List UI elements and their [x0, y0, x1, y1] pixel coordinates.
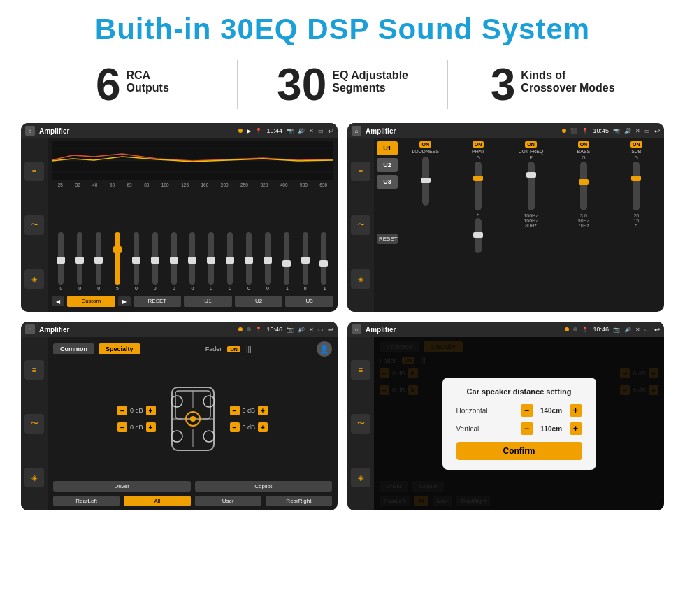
s3-rearright-btn[interactable]: RearRight — [266, 496, 332, 506]
amp-u2-btn[interactable]: U2 — [377, 158, 398, 172]
amp-u1-btn[interactable]: U1 — [377, 141, 398, 155]
bass-on[interactable]: ON — [578, 141, 590, 148]
home-icon-2[interactable]: ⌂ — [352, 126, 361, 136]
slider-2[interactable]: 0 — [96, 232, 101, 291]
amp-reset-btn[interactable]: RESET — [377, 234, 398, 244]
s3-copilot-btn[interactable]: Copilot — [195, 481, 333, 492]
loudness-group: ON LOUDNESS — [401, 141, 450, 309]
eq-left-controls: ≡ 〜 ◈ — [21, 138, 48, 312]
slider-12[interactable]: -1 — [284, 232, 289, 291]
s3-rearleft-btn[interactable]: RearLeft — [53, 496, 120, 506]
dialog-horizontal-minus[interactable]: − — [521, 404, 533, 417]
amp-u3-btn[interactable]: U3 — [377, 175, 398, 189]
db-plus-tr[interactable]: + — [258, 406, 268, 415]
s3-tab-specialty[interactable]: Specialty — [99, 343, 140, 354]
s3-bottom: Driver Copilot — [53, 481, 332, 492]
eq-vol-btn[interactable]: ◈ — [24, 269, 44, 289]
db-minus-tr[interactable]: − — [230, 406, 240, 415]
dialog-horizontal-plus[interactable]: + — [570, 404, 582, 417]
eq-u2-btn[interactable]: U2 — [235, 296, 283, 307]
loudness-on[interactable]: ON — [419, 141, 431, 148]
vol-icon-1: 🔊 — [298, 128, 305, 134]
bass-slider[interactable] — [580, 162, 587, 210]
back-icon-4[interactable]: ↩ — [654, 326, 660, 334]
s3-user-btn[interactable]: User — [195, 496, 261, 506]
slider-1[interactable]: 0 — [77, 232, 82, 291]
s4-wave-btn[interactable]: 〜 — [351, 414, 370, 434]
confirm-button[interactable]: Confirm — [456, 442, 582, 460]
s3-all-btn[interactable]: All — [124, 496, 190, 506]
eq-filter-btn[interactable]: ≡ — [24, 162, 44, 181]
slider-3[interactable]: 5 — [115, 232, 120, 291]
loudness-slider[interactable] — [422, 157, 429, 206]
cutfreq-slider1[interactable] — [528, 162, 535, 210]
phat-slider[interactable] — [475, 162, 482, 210]
s3-main: Common Specialty Fader ON ||| 👤 − — [48, 337, 338, 510]
eq-prev-btn[interactable]: ◀ — [52, 296, 64, 306]
home-icon-3[interactable]: ⌂ — [25, 324, 35, 334]
home-icon-1[interactable]: ⌂ — [25, 126, 35, 136]
car-svg — [161, 380, 224, 457]
db-minus-br[interactable]: − — [230, 422, 240, 432]
play-dot-1 — [238, 129, 243, 133]
freq-80: 80 — [144, 182, 149, 187]
db-minus-tl[interactable]: − — [117, 406, 127, 415]
amp-filter-btn[interactable]: ≡ — [351, 162, 370, 181]
slider-0[interactable]: 0 — [58, 232, 64, 291]
s3-tab-common[interactable]: Common — [53, 343, 94, 354]
eq-play-btn[interactable]: ▶ — [118, 296, 131, 306]
db-minus-bl[interactable]: − — [117, 422, 127, 432]
back-icon-1[interactable]: ↩ — [328, 127, 333, 135]
app-title-2: Amplifier — [366, 127, 558, 135]
eq-wave-btn[interactable]: 〜 — [24, 215, 44, 235]
s3-driver-btn[interactable]: Driver — [53, 481, 191, 492]
svg-point-8 — [171, 431, 182, 442]
bass-label: BASS — [577, 149, 591, 154]
s3-vol-btn[interactable]: ◈ — [24, 468, 44, 487]
slider-6[interactable]: 0 — [171, 232, 177, 291]
fader-on-badge[interactable]: ON — [227, 346, 240, 352]
eq-u1-btn[interactable]: U1 — [184, 296, 232, 307]
s3-right-dbs: − 0 dB + − 0 dB + — [230, 406, 268, 432]
sub-group: ON SUB G 20 15 5 — [612, 141, 661, 309]
s3-filter-btn[interactable]: ≡ — [24, 360, 44, 380]
slider-5[interactable]: 0 — [152, 232, 158, 291]
db-plus-bl[interactable]: + — [146, 422, 156, 432]
phat-on[interactable]: ON — [473, 141, 484, 148]
home-icon-4[interactable]: ⌂ — [352, 324, 361, 334]
s4-left-controls: ≡ 〜 ◈ — [347, 337, 374, 510]
slider-7[interactable]: 0 — [189, 232, 195, 291]
db-plus-tl[interactable]: + — [146, 406, 156, 415]
slider-8[interactable]: 0 — [208, 232, 214, 291]
s3-wave-btn[interactable]: 〜 — [24, 414, 44, 434]
min-icon-1: ▭ — [318, 128, 324, 134]
freq-125: 125 — [181, 182, 189, 187]
back-icon-3[interactable]: ↩ — [328, 326, 333, 334]
eq-u3-btn[interactable]: U3 — [285, 296, 333, 307]
s4-vol-btn[interactable]: ◈ — [351, 468, 370, 487]
cutfreq-on[interactable]: ON — [525, 141, 537, 148]
back-icon-2[interactable]: ↩ — [654, 127, 660, 135]
dialog-vertical-plus[interactable]: + — [570, 422, 582, 435]
slider-13[interactable]: 0 — [303, 232, 308, 291]
sub-slider[interactable] — [633, 162, 640, 210]
dialog-horizontal-value: 140cm — [538, 407, 565, 415]
db-control-tr: − 0 dB + — [230, 406, 268, 415]
s4-filter-btn[interactable]: ≡ — [351, 360, 370, 380]
dialog-vertical-minus[interactable]: − — [521, 422, 533, 435]
eq-custom-btn[interactable]: Custom — [67, 296, 115, 307]
slider-11[interactable]: 0 — [265, 232, 271, 291]
slider-4[interactable]: 0 — [134, 232, 139, 291]
s3-user-icon[interactable]: 👤 — [317, 341, 332, 357]
amp-wave-btn[interactable]: 〜 — [351, 215, 370, 235]
amp-vol-btn[interactable]: ◈ — [351, 269, 370, 289]
slider-9[interactable]: 0 — [227, 232, 233, 291]
sub-on[interactable]: ON — [630, 141, 642, 148]
phat-slider2[interactable] — [475, 218, 482, 253]
db-plus-br[interactable]: + — [258, 422, 268, 432]
slider-10[interactable]: 0 — [246, 232, 252, 291]
slider-14[interactable]: -1 — [321, 232, 326, 291]
fader-label: Fader — [206, 345, 222, 352]
dot-3 — [238, 327, 243, 331]
eq-reset-btn[interactable]: RESET — [134, 296, 182, 307]
